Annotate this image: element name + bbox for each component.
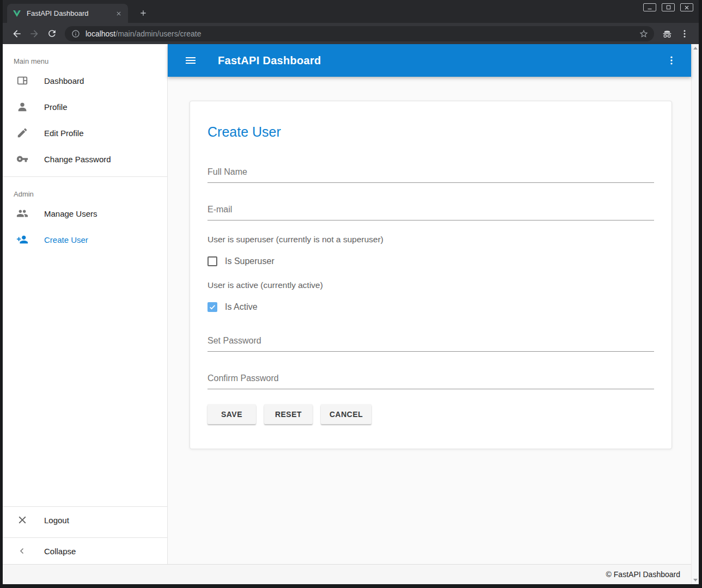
site-info-icon[interactable]: [71, 29, 80, 38]
sidebar-section-label: Admin: [3, 177, 167, 200]
hamburger-menu-icon[interactable]: [181, 51, 200, 70]
new-tab-button[interactable]: [136, 5, 151, 21]
main-content: Create User User is superuser (currently…: [168, 77, 691, 564]
dashboard-icon: [16, 74, 29, 87]
sidebar-spacer: [3, 253, 167, 502]
cancel-button[interactable]: CANCEL: [321, 405, 371, 424]
superuser-checkbox-label: Is Superuser: [225, 256, 274, 266]
forward-button[interactable]: [27, 26, 42, 41]
chevron-left-icon: [16, 544, 29, 558]
close-icon: [16, 513, 29, 526]
sidebar-section-label: Main menu: [3, 44, 167, 68]
pencil-icon: [16, 126, 29, 139]
url-text: localhost/main/admin/users/create: [86, 29, 639, 38]
appbar-menu-icon[interactable]: [662, 51, 681, 70]
tab-title: FastAPI Dashboard: [27, 9, 114, 17]
sidebar-item-logout[interactable]: Logout: [3, 507, 167, 533]
confirm-password-input[interactable]: [207, 371, 654, 389]
back-button[interactable]: [9, 26, 25, 41]
sidebar-item-label: Manage Users: [44, 209, 97, 218]
scrollbar-up-icon[interactable]: [693, 47, 698, 50]
sidebar-item-manage-users[interactable]: Manage Users: [3, 200, 167, 226]
set-password-input[interactable]: [207, 334, 654, 352]
page-footer: © FastAPI Dashboard: [3, 564, 691, 584]
active-checkbox-row: Is Active: [207, 302, 654, 312]
browser-toolbar: localhost/main/admin/users/create: [3, 23, 699, 44]
person-icon: [16, 100, 29, 113]
key-icon: [16, 152, 29, 166]
browser-window: FastAPI Dashboard: [0, 0, 702, 588]
person-add-icon: [16, 233, 29, 246]
superuser-checkbox-row: Is Superuser: [207, 256, 654, 266]
is-superuser-checkbox[interactable]: [207, 256, 217, 266]
reload-button[interactable]: [44, 26, 59, 41]
tab-bar: FastAPI Dashboard: [3, 0, 699, 23]
sidebar-item-create-user[interactable]: Create User: [3, 226, 167, 253]
sidebar-item-label: Collapse: [44, 547, 76, 556]
active-note: User is active (currently active): [207, 280, 654, 290]
address-bar[interactable]: localhost/main/admin/users/create: [65, 26, 654, 41]
form-buttons: SAVE RESET CANCEL: [207, 405, 654, 424]
maximize-button[interactable]: [662, 3, 675, 11]
reset-button[interactable]: RESET: [264, 405, 313, 424]
superuser-note: User is superuser (currently is not a su…: [207, 235, 654, 244]
active-checkbox-label: Is Active: [225, 302, 258, 312]
url-host: localhost: [86, 29, 115, 38]
vue-favicon-icon: [13, 9, 21, 18]
is-active-checkbox[interactable]: [207, 302, 217, 312]
sidebar: Main menu Dashboard Profile: [3, 44, 168, 564]
close-window-button[interactable]: [680, 3, 693, 11]
tab-close-icon[interactable]: [114, 9, 124, 19]
url-path: /main/admin/users/create: [115, 29, 201, 38]
browser-tab[interactable]: FastAPI Dashboard: [7, 4, 128, 23]
card-title: Create User: [207, 124, 654, 140]
footer-text: © FastAPI Dashboard: [606, 570, 680, 579]
sidebar-item-label: Edit Profile: [44, 128, 84, 138]
full-name-input[interactable]: [207, 165, 654, 183]
save-button[interactable]: SAVE: [207, 405, 256, 424]
group-icon: [16, 207, 29, 220]
minimize-button[interactable]: [643, 3, 656, 11]
email-input[interactable]: [207, 203, 654, 220]
sidebar-item-label: Create User: [44, 235, 88, 244]
sidebar-item-change-password[interactable]: Change Password: [3, 146, 167, 172]
window-controls: [643, 3, 693, 11]
bookmark-star-icon[interactable]: [639, 29, 649, 39]
appbar-title: FastAPI Dashboard: [218, 54, 321, 67]
vertical-scrollbar[interactable]: [691, 44, 699, 584]
sidebar-item-label: Dashboard: [44, 76, 84, 85]
sidebar-item-profile[interactable]: Profile: [3, 94, 167, 120]
sidebar-item-label: Change Password: [44, 155, 111, 164]
sidebar-item-dashboard[interactable]: Dashboard: [3, 68, 167, 94]
sidebar-item-edit-profile[interactable]: Edit Profile: [3, 120, 167, 146]
sidebar-item-label: Profile: [44, 102, 68, 112]
sidebar-item-collapse[interactable]: Collapse: [3, 538, 167, 564]
app-bar: FastAPI Dashboard: [168, 44, 691, 77]
scrollbar-down-icon[interactable]: [693, 579, 698, 581]
browser-menu-icon[interactable]: [677, 26, 692, 41]
sidebar-item-label: Logout: [44, 516, 69, 525]
incognito-icon: [660, 26, 675, 41]
create-user-card: Create User User is superuser (currently…: [190, 101, 672, 449]
